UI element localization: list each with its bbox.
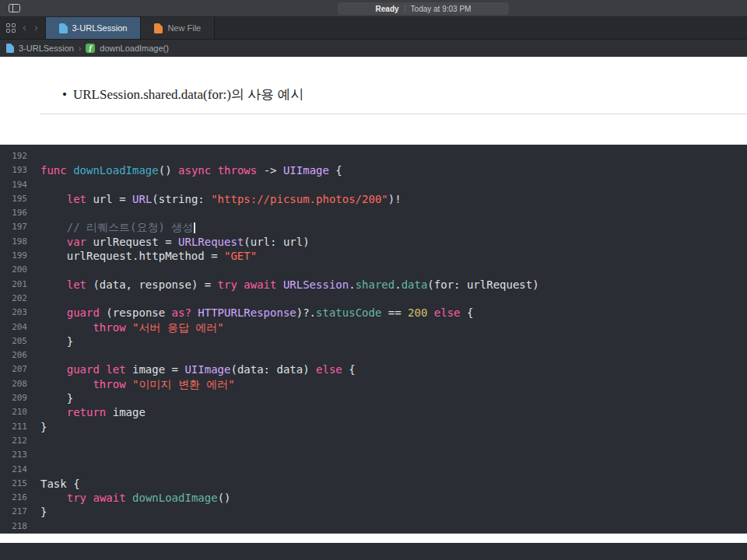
code-token: }	[40, 421, 47, 433]
line-number[interactable]: 211	[0, 420, 27, 434]
code-line[interactable]	[40, 520, 747, 534]
code-line[interactable]	[40, 263, 747, 277]
code-token: else	[434, 306, 461, 319]
code-line[interactable]: let (data, response) = try await URLSess…	[40, 278, 747, 292]
code-token: ==	[381, 306, 408, 319]
line-number[interactable]: 212	[0, 434, 27, 448]
code-area[interactable]: 1921931941951961971981992002012022032042…	[0, 145, 747, 534]
code-token: shared	[356, 278, 395, 291]
code-token: "서버 응답 에러"	[132, 321, 224, 334]
breadcrumb-symbol[interactable]: downLoadImage()	[100, 44, 169, 53]
line-number[interactable]: 210	[0, 405, 27, 419]
code-token: Task {	[40, 478, 80, 490]
line-number[interactable]: 203	[0, 306, 27, 320]
go-forward-button[interactable]: ›	[34, 23, 39, 34]
code-token	[40, 221, 67, 233]
code-line[interactable]: return image	[40, 405, 747, 419]
code-token	[40, 236, 67, 248]
line-number[interactable]: 213	[0, 448, 27, 462]
code-token: )?.	[296, 306, 316, 319]
code-line[interactable]	[40, 434, 747, 448]
line-number[interactable]: 214	[0, 463, 27, 477]
status-ready-label: Ready	[376, 5, 399, 13]
code-line[interactable]	[40, 463, 747, 477]
line-number[interactable]: 218	[0, 520, 27, 534]
line-number[interactable]: 192	[0, 149, 27, 163]
code-line[interactable]: Task {	[40, 477, 747, 491]
line-number[interactable]: 200	[0, 263, 27, 277]
code-line[interactable]	[40, 448, 747, 462]
code-token: downLoadImage	[73, 164, 159, 177]
code-token	[40, 321, 93, 334]
line-number[interactable]: 205	[0, 334, 27, 348]
code-token: URLRequest	[178, 236, 244, 248]
code-token: guard	[67, 306, 100, 319]
line-number[interactable]: 206	[0, 348, 27, 362]
code-token: ->	[257, 164, 283, 177]
line-number[interactable]: 196	[0, 206, 27, 220]
rendered-markup-block: • URLSession.shared.data(for:)의 사용 예시	[0, 57, 747, 145]
code-token	[211, 164, 217, 177]
code-token: let	[67, 278, 86, 291]
line-number[interactable]: 204	[0, 320, 27, 334]
tab-overview-button[interactable]	[6, 23, 16, 33]
code-token: image	[106, 406, 146, 418]
code-line[interactable]	[40, 206, 747, 220]
jump-bar: 3-URLSession › f downLoadImage()	[0, 40, 747, 57]
tab-new-file[interactable]: New File	[141, 17, 215, 39]
code-token: (data, response) =	[86, 278, 218, 291]
rendered-markup-block-bottom	[0, 534, 747, 543]
swift-file-icon	[154, 23, 163, 33]
code-line[interactable]: // 리퀘스트(요청) 생성	[40, 220, 747, 234]
line-number[interactable]: 215	[0, 477, 27, 491]
line-number[interactable]: 199	[0, 249, 27, 263]
code-line[interactable]: throw "이미지 변환 에러"	[40, 377, 747, 391]
code-line[interactable]: let url = URL(string: "https://picsum.ph…	[40, 192, 747, 206]
code-line[interactable]: }	[40, 420, 747, 434]
line-number[interactable]: 198	[0, 235, 27, 249]
code-lines: func downLoadImage() async throws -> UII…	[27, 145, 747, 534]
code-line[interactable]: }	[40, 391, 747, 405]
code-line[interactable]: }	[40, 334, 747, 348]
line-number[interactable]: 193	[0, 163, 27, 177]
code-token	[40, 306, 67, 319]
code-line[interactable]	[40, 348, 747, 362]
code-token: try	[67, 492, 86, 504]
sidebar-panel-icon	[9, 4, 20, 12]
tab-3-urlsession[interactable]: 3-URLSession	[46, 17, 142, 39]
code-token: (response	[100, 306, 172, 319]
breadcrumb-project[interactable]: 3-URLSession	[19, 44, 74, 53]
code-line[interactable]	[40, 149, 747, 163]
code-token: UIImage	[283, 164, 329, 177]
go-back-button[interactable]: ‹	[23, 23, 27, 34]
code-line[interactable]: urlRequest.httpMethod = "GET"	[40, 249, 747, 263]
toggle-navigator-button[interactable]	[7, 2, 22, 14]
line-number[interactable]: 209	[0, 391, 27, 405]
line-number[interactable]: 201	[0, 278, 27, 292]
line-number[interactable]: 216	[0, 491, 27, 505]
line-number[interactable]: 194	[0, 178, 27, 192]
code-token	[40, 378, 93, 390]
line-number[interactable]: 195	[0, 192, 27, 206]
nav-controls: ‹ ›	[0, 17, 46, 39]
line-number[interactable]: 197	[0, 220, 27, 234]
code-line[interactable]: }	[40, 505, 747, 519]
tab-bar: ‹ › 3-URLSession New File	[0, 17, 747, 40]
code-line[interactable]	[40, 178, 747, 192]
code-token: try await	[218, 278, 277, 291]
code-line[interactable]: func downLoadImage() async throws -> UII…	[40, 163, 747, 177]
code-line[interactable]: guard let image = UIImage(data: data) el…	[40, 362, 747, 376]
code-line[interactable]: try await downLoadImage()	[40, 491, 747, 505]
code-token: {	[329, 164, 342, 177]
markup-bullet-line: • URLSession.shared.data(for:)의 사용 예시	[0, 86, 747, 103]
code-token	[126, 378, 132, 390]
code-token	[40, 406, 67, 418]
code-line[interactable]: throw "서버 응답 에러"	[40, 320, 747, 334]
line-number[interactable]: 207	[0, 362, 27, 376]
line-number[interactable]: 217	[0, 505, 27, 519]
code-line[interactable]: guard (response as? HTTPURLResponse)?.st…	[40, 306, 747, 320]
code-line[interactable]	[40, 292, 747, 306]
line-number[interactable]: 202	[0, 292, 27, 306]
line-number[interactable]: 208	[0, 377, 27, 391]
code-line[interactable]: var urlRequest = URLRequest(url: url)	[40, 235, 747, 249]
